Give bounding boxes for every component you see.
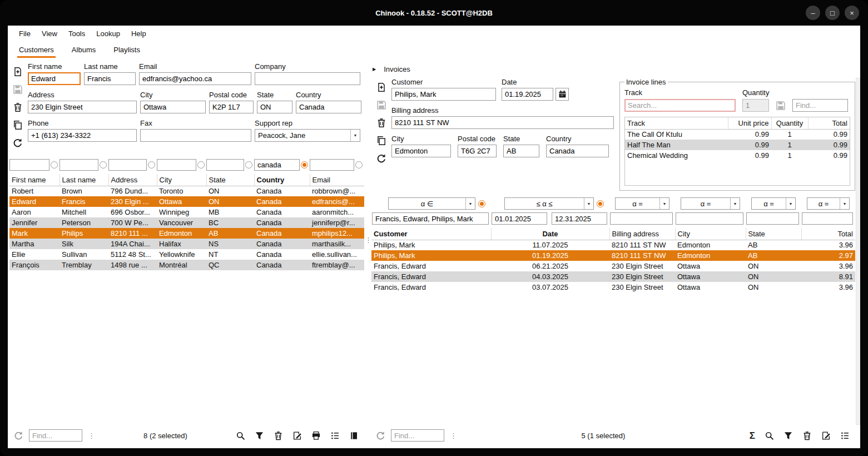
- table-row[interactable]: Francis, Edward06.21.2025230 Elgin Stree…: [371, 261, 855, 271]
- column-header[interactable]: Customer: [371, 228, 491, 240]
- column-header[interactable]: City: [675, 228, 746, 240]
- menu-view[interactable]: View: [36, 29, 63, 38]
- table-row[interactable]: Francis, Edward03.07.2025230 Elgin Stree…: [371, 282, 855, 293]
- columns-icon[interactable]: [840, 431, 850, 440]
- state-field[interactable]: [503, 145, 539, 157]
- column-search-toggle[interactable]: [245, 161, 252, 168]
- table-row[interactable]: JenniferPeterson700 W Pe...VancouverBCCa…: [9, 217, 364, 228]
- condition-operator-combo[interactable]: ≤ α ≤▼: [504, 197, 594, 210]
- copy-icon[interactable]: [13, 120, 23, 130]
- column-header[interactable]: Total: [808, 117, 850, 129]
- condition-operator-combo[interactable]: α ∈▼: [388, 197, 475, 210]
- vertical-scrollbar[interactable]: [856, 78, 860, 425]
- column-search-toggle[interactable]: [100, 161, 107, 168]
- condition-operator-combo[interactable]: α =▼: [615, 197, 669, 210]
- tab-customers[interactable]: Customers: [17, 43, 56, 58]
- column-header[interactable]: Total: [801, 228, 855, 240]
- table-row[interactable]: Francis, Edward04.03.2025230 Elgin Stree…: [371, 271, 855, 282]
- column-search-field[interactable]: [9, 159, 49, 171]
- phone-field[interactable]: [28, 129, 137, 142]
- menu-tools[interactable]: Tools: [63, 29, 91, 38]
- table-row[interactable]: Philips, Mark11.07.20258210 111 ST NWEdm…: [371, 240, 855, 250]
- quantity-field[interactable]: [742, 99, 769, 112]
- minimize-button[interactable]: –: [806, 6, 820, 20]
- condition-operator-combo[interactable]: α =▼: [807, 197, 850, 210]
- column-search-toggle[interactable]: [197, 161, 205, 168]
- find-input[interactable]: [391, 429, 444, 442]
- table-row[interactable]: The Call Of Ktulu0.9910.99: [625, 129, 850, 140]
- column-search-toggle[interactable]: [51, 161, 58, 168]
- delete-icon[interactable]: [802, 431, 812, 440]
- refresh-icon[interactable]: [376, 153, 386, 163]
- column-header[interactable]: Email: [310, 174, 364, 186]
- column-search-field[interactable]: [206, 159, 244, 171]
- column-search-toggle[interactable]: [148, 161, 155, 168]
- toolbar-grip[interactable]: ⋮: [88, 432, 95, 440]
- fax-field[interactable]: [140, 129, 251, 142]
- search-icon[interactable]: [236, 431, 245, 440]
- postal-code-field[interactable]: [458, 145, 497, 157]
- condition-operator-combo[interactable]: α =▼: [681, 197, 740, 210]
- column-header[interactable]: Billing address: [609, 228, 675, 240]
- delete-icon[interactable]: [274, 431, 283, 440]
- first-name-field[interactable]: [28, 72, 81, 85]
- track-search-field[interactable]: [624, 99, 736, 112]
- filter-icon[interactable]: [255, 431, 264, 440]
- date-field[interactable]: [502, 88, 553, 101]
- table-row[interactable]: Philips, Mark01.19.20258210 111 ST NWEdm…: [371, 250, 855, 261]
- support-rep-combo[interactable]: Peacock, Jane ▼: [255, 129, 360, 142]
- condition-operator-combo[interactable]: α =▼: [751, 197, 796, 210]
- condition-value-field[interactable]: [610, 212, 673, 225]
- menu-lookup[interactable]: Lookup: [91, 29, 126, 38]
- country-field[interactable]: [546, 145, 609, 157]
- maximize-button[interactable]: □: [825, 6, 840, 20]
- calendar-button[interactable]: [555, 88, 569, 101]
- condition-enabled-toggle[interactable]: [597, 200, 604, 207]
- table-row[interactable]: Half The Man0.9910.99: [625, 140, 850, 150]
- condition-value-field[interactable]: [552, 212, 607, 225]
- condition-value-field[interactable]: [676, 212, 743, 225]
- column-header[interactable]: Country: [254, 174, 310, 186]
- table-row[interactable]: MarthaSilk194A Chai...HalifaxNSCanadamar…: [9, 239, 364, 249]
- tab-playlists[interactable]: Playlists: [112, 43, 142, 58]
- sum-icon[interactable]: Σ: [750, 431, 755, 440]
- add-icon[interactable]: [376, 82, 386, 92]
- table-row[interactable]: RobertBrown796 Dund...TorontoONCanadarob…: [9, 186, 364, 196]
- billing-address-field[interactable]: [391, 116, 614, 129]
- titlebar[interactable]: Chinook - 0.18.52 - SCOTT@H2DB – □ ×: [0, 0, 868, 26]
- column-header[interactable]: Date: [491, 228, 609, 240]
- city-field[interactable]: [140, 101, 206, 113]
- column-search-toggle[interactable]: [355, 161, 363, 168]
- table-row[interactable]: EllieSullivan5112 48 St...YellowknifeNTC…: [9, 249, 364, 260]
- menu-file[interactable]: File: [13, 29, 36, 38]
- close-button[interactable]: ×: [845, 6, 859, 20]
- columns-icon[interactable]: [330, 431, 340, 440]
- table-row[interactable]: Chemical Wedding0.9910.99: [625, 150, 850, 161]
- invoice-lines-table[interactable]: TrackUnit priceQuantityTotal The Call Of…: [625, 117, 850, 161]
- column-header[interactable]: Last name: [59, 174, 108, 186]
- delete-icon[interactable]: [376, 118, 386, 128]
- copy-icon[interactable]: [376, 136, 386, 146]
- column-header[interactable]: Unit price: [728, 117, 771, 129]
- add-icon[interactable]: [13, 67, 23, 77]
- table-row[interactable]: EdwardFrancis230 Elgin ...OttawaONCanada…: [9, 196, 364, 207]
- condition-value-field[interactable]: [802, 212, 853, 225]
- column-header[interactable]: State: [746, 228, 801, 240]
- country-field[interactable]: [296, 101, 361, 113]
- save-icon[interactable]: [376, 100, 386, 110]
- search-icon[interactable]: [765, 431, 774, 440]
- condition-value-field[interactable]: [372, 212, 489, 225]
- state-field[interactable]: [257, 101, 292, 113]
- postal-code-field[interactable]: [209, 101, 254, 113]
- table-row[interactable]: FrançoisTremblay1498 rue ...MontréalQCCa…: [9, 260, 364, 270]
- column-search-toggle[interactable]: [301, 161, 308, 168]
- column-search-field[interactable]: [157, 159, 196, 171]
- column-search-field[interactable]: [254, 159, 300, 171]
- tab-albums[interactable]: Albums: [70, 43, 97, 58]
- dependencies-icon[interactable]: [349, 431, 359, 440]
- edit-icon[interactable]: [292, 431, 302, 440]
- divider-expand-icon[interactable]: ▶: [373, 67, 376, 72]
- edit-icon[interactable]: [821, 431, 831, 440]
- email-field[interactable]: [139, 72, 251, 85]
- print-icon[interactable]: [311, 431, 321, 440]
